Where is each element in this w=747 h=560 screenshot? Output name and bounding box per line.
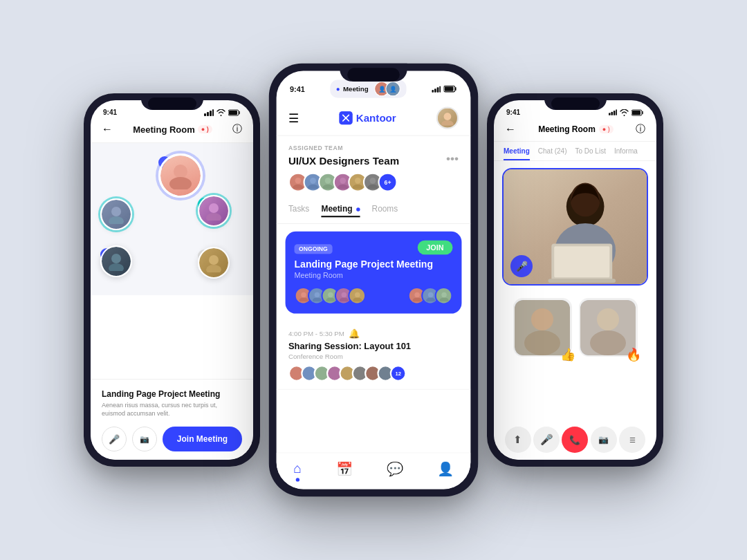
participants-row: 👍 🔥 (494, 292, 656, 362)
end-call-button[interactable]: 📞 (562, 427, 588, 453)
svg-point-48 (427, 292, 433, 297)
avatar-map: 🎤 ▶ (91, 143, 253, 295)
svg-point-71 (590, 330, 626, 355)
svg-point-32 (355, 178, 361, 184)
svg-point-68 (524, 330, 560, 355)
upload-button[interactable]: ⬆ (505, 427, 531, 453)
svg-point-70 (597, 308, 619, 330)
back-button[interactable]: ← (102, 123, 113, 136)
right-wifi (620, 109, 629, 116)
mid-signal (432, 86, 441, 93)
tab-meeting[interactable]: Meeting (322, 204, 360, 217)
svg-point-37 (299, 297, 308, 301)
participant-card-2: 🔥 (579, 298, 638, 357)
left-status-icons (204, 109, 241, 116)
svg-rect-52 (609, 113, 611, 115)
team-section: ASSIGNED TEAM UI/UX Designers Team ••• (277, 136, 471, 198)
main-avatar: 🎤 ▶ (158, 153, 186, 169)
svg-point-67 (531, 308, 553, 330)
meeting-title: Landing Page Project Meeting (102, 389, 242, 399)
card-av-5 (348, 287, 366, 305)
svg-rect-64 (554, 246, 609, 277)
svg-point-40 (328, 292, 333, 297)
more-button[interactable]: ☰ (619, 427, 645, 453)
right-header-title: Meeting Room ● ) (538, 124, 614, 134)
right-tab-todo[interactable]: To Do List (575, 142, 605, 160)
svg-point-33 (353, 185, 363, 189)
svg-point-36 (301, 292, 306, 297)
svg-rect-53 (611, 112, 613, 115)
profile-avatar[interactable] (436, 106, 459, 129)
svg-point-14 (209, 255, 219, 265)
svg-rect-3 (212, 109, 214, 116)
svg-point-34 (370, 178, 376, 184)
participant-avatar-3: 🎤 (100, 245, 113, 261)
nav-home[interactable]: ⌂ (293, 460, 302, 481)
video-area: 🎤 (502, 168, 648, 286)
right-tab-meeting[interactable]: Meeting (504, 142, 530, 160)
svg-rect-17 (434, 88, 436, 93)
right-tab-info[interactable]: Informa (614, 142, 638, 160)
svg-point-38 (314, 292, 320, 297)
participant-avatar-2: 🎤 📷 (198, 195, 225, 210)
join-meeting-button[interactable]: Join Meeting (163, 427, 242, 451)
mic-overlay-button[interactable]: 🎤 (510, 255, 533, 277)
nav-profile[interactable]: 👤 (437, 460, 454, 481)
tab-rooms[interactable]: Rooms (372, 204, 398, 217)
mid-status-icons (432, 85, 457, 93)
svg-point-25 (293, 185, 303, 189)
dots-menu[interactable]: ••• (446, 152, 459, 165)
session-avatars-row: 12 (288, 365, 459, 382)
kantoor-logo: Kantoor (339, 111, 396, 124)
left-time: 9:41 (103, 109, 117, 116)
info-button[interactable]: ⓘ (232, 123, 242, 136)
mic-toggle-button[interactable]: 🎤 (102, 427, 127, 451)
right-header: ← Meeting Room ● ) ⓘ (494, 119, 656, 142)
right-tab-chat[interactable]: Chat (24) (538, 142, 567, 160)
right-info-button[interactable]: ⓘ (636, 123, 645, 136)
camera-toggle-button[interactable]: 📷 (132, 427, 157, 451)
mic-button[interactable]: 🎤 (533, 427, 560, 453)
session-count: 12 (390, 365, 407, 382)
join-button[interactable]: JOIN (417, 241, 452, 255)
svg-point-47 (412, 297, 421, 301)
card-av-group (295, 287, 367, 305)
svg-point-41 (326, 297, 335, 301)
svg-point-31 (338, 185, 348, 189)
hamburger-icon[interactable]: ☰ (288, 111, 299, 125)
svg-point-46 (414, 292, 420, 297)
nav-chat[interactable]: 💬 (387, 460, 403, 481)
svg-rect-16 (432, 89, 434, 92)
tab-tasks[interactable]: Tasks (288, 204, 309, 217)
logo-icon (339, 111, 352, 124)
svg-point-30 (340, 178, 346, 184)
session-time: 4:00 PM - 5:30 PM 🔔 (288, 328, 459, 339)
svg-point-26 (310, 178, 316, 184)
meeting-card-sub: Meeting Room (295, 271, 453, 279)
svg-point-51 (439, 297, 448, 301)
signal-icon (204, 109, 214, 116)
card-av-r3 (435, 287, 453, 305)
svg-rect-1 (207, 112, 209, 116)
svg-point-43 (339, 297, 348, 301)
svg-point-12 (111, 254, 121, 263)
battery-icon (228, 109, 241, 116)
participant-card-1: 👍 (513, 298, 572, 357)
participant-avatar-4: 🎤 📷 (198, 247, 225, 262)
mid-time: 9:41 (290, 85, 305, 93)
svg-point-45 (353, 297, 362, 301)
nav-calendar[interactable]: 📅 (336, 460, 353, 481)
emoji-fire: 🔥 (626, 347, 641, 362)
svg-point-27 (308, 185, 318, 189)
ongoing-badge: ONGOING (295, 244, 333, 254)
camera-off-button[interactable]: 📷 (591, 427, 617, 453)
session-item: 4:00 PM - 5:30 PM 🔔 Sharing Session: Lay… (277, 321, 471, 389)
svg-rect-0 (204, 113, 206, 116)
right-back-button[interactable]: ← (505, 123, 516, 136)
right-time: 9:41 (506, 109, 520, 116)
svg-rect-57 (632, 111, 640, 115)
team-name: UI/UX Designers Team (288, 155, 399, 167)
right-tabs: Meeting Chat (24) To Do List Informa (494, 142, 656, 161)
status-pill: ● Meeting 👤 👤 (330, 80, 407, 98)
meeting-desc: Aenean risus massa, cursus nec turpis ut… (102, 401, 242, 418)
